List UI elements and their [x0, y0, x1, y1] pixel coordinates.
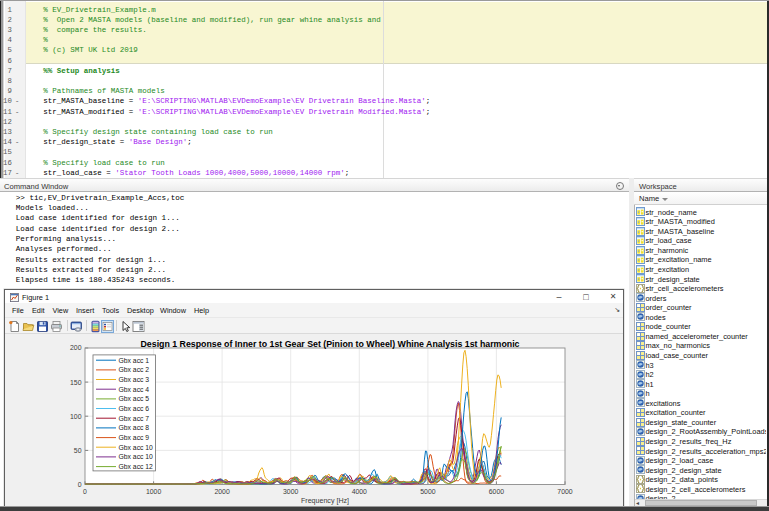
- svg-text:Gbx acc 2: Gbx acc 2: [119, 366, 150, 373]
- svg-text:50: 50: [74, 446, 82, 453]
- svg-text:150: 150: [70, 378, 82, 385]
- svg-text:1000: 1000: [146, 488, 161, 495]
- svg-text:0: 0: [83, 488, 87, 495]
- svg-text:5000: 5000: [420, 488, 435, 495]
- svg-text:100: 100: [70, 412, 82, 419]
- svg-text:Gbx acc 12: Gbx acc 12: [119, 463, 154, 470]
- svg-text:6000: 6000: [489, 488, 504, 495]
- svg-text:Gbx acc 3: Gbx acc 3: [119, 375, 150, 382]
- svg-text:3000: 3000: [283, 488, 298, 495]
- svg-text:0: 0: [78, 481, 82, 488]
- svg-text:4000: 4000: [352, 488, 367, 495]
- svg-text:Gbx acc 10: Gbx acc 10: [119, 453, 154, 460]
- svg-text:Gbx acc 6: Gbx acc 6: [119, 404, 150, 411]
- svg-text:Gbx acc 7: Gbx acc 7: [119, 414, 150, 421]
- svg-text:Gbx acc 1: Gbx acc 1: [119, 356, 150, 363]
- svg-text:7000: 7000: [557, 488, 572, 495]
- svg-text:200: 200: [70, 344, 82, 351]
- svg-text:Design 1 Response of Inner to: Design 1 Response of Inner to 1st Gear S…: [141, 338, 520, 348]
- svg-text:Gbx acc 8: Gbx acc 8: [119, 424, 150, 431]
- svg-text:Gbx acc 9: Gbx acc 9: [119, 434, 150, 441]
- svg-text:2000: 2000: [214, 488, 229, 495]
- svg-text:Gbx acc 4: Gbx acc 4: [119, 385, 150, 392]
- svg-text:Gbx acc 5: Gbx acc 5: [119, 395, 150, 402]
- svg-text:Frequency [Hz]: Frequency [Hz]: [301, 496, 349, 504]
- svg-text:Gbx acc 10: Gbx acc 10: [119, 443, 154, 450]
